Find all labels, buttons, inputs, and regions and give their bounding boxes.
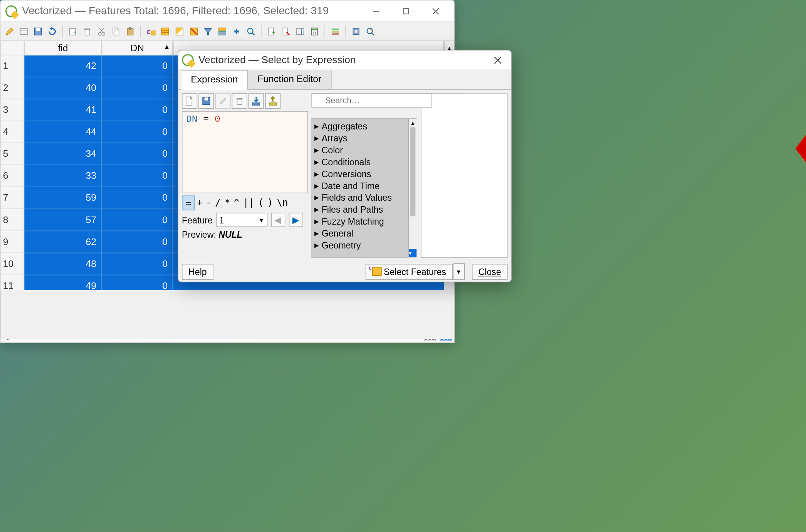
close-button[interactable] (422, 2, 449, 20)
titlebar[interactable]: Vectorized — Features Total: 1696, Filte… (1, 1, 454, 22)
cell-dn[interactable]: 0 (102, 143, 173, 165)
cell-dn[interactable]: 0 (102, 77, 173, 99)
cut-icon[interactable] (95, 25, 108, 38)
operator-button[interactable]: \n (275, 196, 290, 211)
new-file-icon[interactable] (182, 93, 197, 109)
delete-icon[interactable] (232, 93, 247, 109)
paste-icon[interactable] (124, 25, 137, 38)
operator-button[interactable]: ^ (232, 196, 241, 211)
scrollbar-thumb[interactable] (410, 127, 416, 216)
save-icon[interactable] (198, 93, 214, 109)
select-features-button[interactable]: Select Features (365, 263, 453, 280)
tree-category[interactable]: ▶Geometry (312, 239, 408, 251)
actions-icon[interactable] (349, 25, 363, 38)
select-all-icon[interactable] (159, 25, 172, 38)
cell-fid[interactable]: 34 (24, 143, 102, 165)
row-number[interactable]: 4 (1, 121, 25, 143)
cell-fid[interactable]: 57 (24, 209, 102, 231)
organize-columns-icon[interactable] (294, 25, 307, 38)
cell-fid[interactable]: 41 (24, 99, 102, 121)
tree-category[interactable]: ▶Aggregates (312, 120, 408, 132)
cell-fid[interactable]: 44 (24, 121, 102, 143)
scroll-down-icon[interactable]: ▼ (409, 249, 416, 257)
operator-button[interactable]: - (204, 196, 213, 211)
column-header-fid[interactable]: fid (24, 41, 102, 55)
expression-editor[interactable]: DN = 0 (182, 111, 308, 193)
maximize-button[interactable] (392, 2, 420, 20)
cell-fid[interactable]: 42 (24, 55, 102, 77)
cell-dn[interactable]: 0 (102, 209, 173, 231)
column-header-dn[interactable]: DN ▲ (102, 41, 173, 55)
cell-fid[interactable]: 59 (24, 187, 102, 209)
row-number[interactable]: 5 (1, 143, 25, 165)
import-icon[interactable] (249, 93, 264, 109)
conditional-formatting-icon[interactable] (329, 25, 342, 38)
tree-category[interactable]: ▶Files and Paths (312, 203, 408, 215)
cell-dn[interactable]: 0 (102, 253, 173, 275)
row-number[interactable]: 6 (1, 165, 25, 187)
tree-category[interactable]: ▶Arrays (312, 132, 408, 144)
operator-button[interactable]: || (241, 196, 256, 211)
deselect-all-icon[interactable] (187, 25, 200, 38)
toggle-editing-icon[interactable] (3, 25, 16, 38)
tree-category[interactable]: ▶Color (312, 144, 408, 156)
add-feature-icon[interactable]: + (67, 25, 80, 38)
tree-category[interactable]: ▶Conversions (312, 168, 408, 180)
edit-icon[interactable] (215, 93, 230, 109)
operator-button[interactable]: ( (256, 196, 265, 211)
cell-dn[interactable]: 0 (102, 231, 173, 253)
row-number[interactable]: 8 (1, 209, 25, 231)
close-button[interactable]: Close (472, 263, 507, 280)
pan-to-selected-icon[interactable] (230, 25, 243, 38)
cell-dn[interactable]: 0 (102, 187, 173, 209)
dialog-close-button[interactable] (487, 52, 507, 68)
multi-edit-icon[interactable] (17, 25, 30, 38)
tree-category[interactable]: ▶Fields and Values (312, 191, 408, 203)
cell-fid[interactable]: 33 (24, 165, 102, 187)
row-number[interactable]: 3 (1, 99, 25, 121)
next-feature-button[interactable]: ▶ (289, 213, 303, 227)
cell-dn[interactable]: 0 (102, 121, 173, 143)
move-selection-to-top-icon[interactable] (216, 25, 229, 38)
dock-icon[interactable] (364, 25, 377, 38)
cell-fid[interactable]: 48 (24, 253, 102, 275)
row-header-corner[interactable] (1, 41, 25, 55)
dialog-titlebar[interactable]: Vectorized — Select by Expression (178, 50, 511, 69)
operator-button[interactable]: ) (265, 196, 275, 211)
field-calculator-icon[interactable] (308, 25, 321, 38)
reload-icon[interactable] (46, 25, 59, 38)
row-number[interactable]: 7 (1, 187, 25, 209)
cell-fid[interactable]: 40 (24, 77, 102, 99)
tab-expression[interactable]: Expression (181, 70, 248, 90)
operator-button[interactable]: / (213, 196, 223, 211)
scroll-up-icon[interactable]: ▲ (409, 119, 416, 128)
row-number[interactable]: 1 (1, 55, 25, 77)
cell-fid[interactable]: 62 (24, 231, 102, 253)
tab-function-editor[interactable]: Function Editor (247, 70, 331, 89)
help-button[interactable]: Help (182, 263, 213, 280)
copy-icon[interactable] (109, 25, 123, 38)
delete-column-icon[interactable] (279, 25, 292, 38)
operator-button[interactable]: = (182, 196, 195, 211)
save-edits-icon[interactable] (32, 25, 45, 38)
export-icon[interactable] (265, 93, 280, 109)
row-number[interactable]: 9 (1, 231, 25, 253)
cell-dn[interactable]: 0 (102, 99, 173, 121)
new-column-icon[interactable]: + (265, 25, 278, 38)
function-tree[interactable]: ▶Aggregates▶Arrays▶Color▶Conditionals▶Co… (311, 118, 417, 258)
row-number[interactable]: 10 (1, 253, 25, 275)
function-search-input[interactable] (311, 93, 432, 107)
tree-category[interactable]: ▶Date and Time (312, 180, 408, 191)
row-number[interactable]: 2 (1, 77, 25, 99)
prev-feature-button[interactable]: ◀ (271, 213, 285, 227)
select-by-expression-icon[interactable]: ε (144, 25, 158, 38)
delete-selected-icon[interactable] (81, 25, 94, 38)
minimize-button[interactable] (363, 2, 390, 20)
operator-button[interactable]: + (195, 196, 204, 211)
invert-selection-icon[interactable] (173, 25, 186, 38)
feature-combobox[interactable]: 1 ▼ (216, 213, 267, 227)
filter-selection-icon[interactable] (202, 25, 215, 38)
tree-scrollbar[interactable]: ▲ ▼ (408, 119, 417, 257)
operator-button[interactable]: * (223, 196, 232, 211)
select-features-dropdown[interactable]: ▼ (453, 263, 465, 280)
